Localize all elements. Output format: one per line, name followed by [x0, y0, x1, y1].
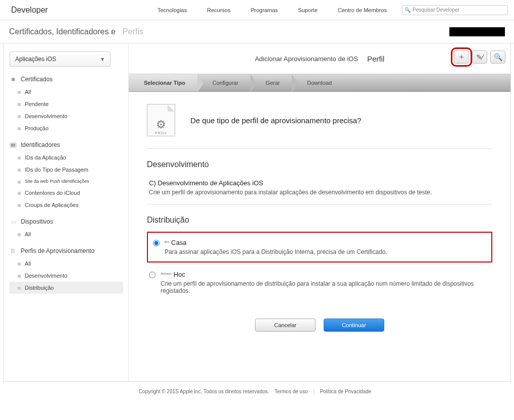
option-label: C) Desenvolvimento de Aplicações iOS: [149, 179, 432, 187]
header-actions: ＋ ✎⁄ 🔍: [454, 50, 505, 64]
id-badge-icon: ID: [10, 141, 17, 148]
step-configure[interactable]: Configurar: [197, 74, 250, 91]
section-profiles-label: Perfis de Aprovisionamento: [21, 247, 94, 254]
cancel-button-label: Cancelar: [274, 322, 296, 328]
step-download[interactable]: Download: [292, 74, 344, 91]
sidebar-item[interactable]: Croups de Aplicações: [10, 199, 123, 211]
radio-in-house[interactable]: [153, 240, 160, 246]
edit-button[interactable]: ✎⁄: [472, 50, 487, 64]
copyright: Copyright © 201S Apple Inc. Todos os dir…: [139, 389, 269, 394]
gear-icon: [10, 76, 17, 83]
search-button[interactable]: 🔍: [490, 50, 505, 64]
step-label: Selecionar Tipo: [144, 80, 185, 86]
nav-suporte[interactable]: Suporte: [298, 7, 318, 13]
wizard-question: De que tipo de perfil de aprovisionament…: [190, 116, 362, 125]
content-header: Adicionar Aprovisionamento de iOS Perfil…: [129, 43, 510, 74]
search-icon: 🔍: [494, 53, 502, 61]
device-icon: [10, 218, 17, 225]
sidebar-item[interactable]: Desenvolvimento: [10, 270, 123, 282]
continue-button[interactable]: Continuar: [324, 319, 384, 332]
certificates-list: All Pendente Desenvolvimento Produção: [10, 86, 123, 134]
sidebar-item[interactable]: Site da web Push Identificações: [10, 176, 123, 187]
continue-button-label: Continuar: [342, 322, 366, 328]
content: Adicionar Aprovisionamento de iOS Perfil…: [129, 43, 510, 381]
section-devices: Dispositivos: [10, 218, 123, 225]
option-label: AnúncioHoc: [161, 271, 490, 278]
option-ad-hoc[interactable]: AnúncioHoc Crie um perfil de aprovisiona…: [147, 268, 492, 297]
section-identifiers: ID Identificadores: [10, 141, 123, 148]
profiles-list: All Desenvolvimento Distribuição: [10, 257, 123, 294]
option-desc: Para assinar aplicações iOS para a Distr…: [165, 248, 387, 255]
breadcrumb-suffix: Perfis: [123, 27, 143, 36]
footer-terms[interactable]: Termos de uso: [275, 389, 308, 394]
footer-sep: |: [313, 389, 315, 394]
wizard-steps: Selecionar Tipo Configurar Gerar Downloa…: [129, 74, 510, 92]
step-label: Configurar: [213, 80, 238, 86]
option-label: EmCasa: [165, 239, 387, 246]
nav-tecnologias[interactable]: Tecnologias: [158, 7, 187, 13]
search-placeholder: Pesquisar Developer: [413, 7, 459, 13]
breadcrumb-main: Certificados, Identificadores e: [9, 27, 116, 36]
radio-ad-hoc[interactable]: [149, 272, 156, 278]
document-icon: [10, 247, 17, 254]
section-profiles: Perfis de Aprovisionamento: [10, 247, 123, 254]
account-badge[interactable]: [449, 27, 505, 36]
plus-icon: ＋: [458, 52, 465, 62]
option-desc: Crie um perfil de aprovisionamento de di…: [161, 280, 490, 294]
identifiers-list: IDs da Aplicação IDs do Tipo de Passagem…: [10, 151, 123, 211]
nav-centro-membros[interactable]: Centro de Membros: [338, 7, 387, 13]
footer: Copyright © 201S Apple Inc. Todos os dir…: [0, 382, 514, 409]
sidebar-item[interactable]: Contentores do iCloud: [10, 187, 123, 199]
option-desc: Crie um perfil de aprovisionamento para …: [149, 189, 432, 196]
sidebar-item[interactable]: Pendente: [10, 98, 123, 110]
platform-label: Aplicações iOS: [15, 56, 56, 63]
development-section-title: Desenvolvimento: [147, 160, 492, 169]
sidebar-item[interactable]: IDs da Aplicação: [10, 151, 123, 164]
wizard-heading: ⚙ PROV De que tipo de perfil de aprovisi…: [147, 104, 492, 136]
search-input[interactable]: 🔍 Pesquisar Developer: [402, 5, 508, 15]
devices-list: All: [10, 228, 123, 240]
option-ios-development[interactable]: C) Desenvolvimento de Aplicações iOS Cri…: [147, 176, 492, 199]
option-sup: Anúncio: [161, 272, 172, 275]
sidebar-item[interactable]: Produção: [10, 122, 123, 134]
divider: [147, 204, 492, 204]
wizard-body: ⚙ PROV De que tipo de perfil de aprovisi…: [129, 92, 510, 342]
sidebar-item[interactable]: All: [10, 86, 123, 98]
site-title: Developer: [11, 6, 48, 15]
header-suffix: Perfil: [367, 55, 384, 63]
option-label-text: Hoc: [174, 271, 185, 278]
sidebar-item[interactable]: IDs do Tipo de Passagem: [10, 164, 123, 176]
cancel-button[interactable]: Cancelar: [255, 319, 316, 332]
section-identifiers-label: Identificadores: [21, 141, 60, 148]
section-certificates: Certificados: [10, 76, 123, 83]
section-certificates-label: Certificados: [21, 76, 53, 83]
provisioning-file-icon: ⚙ PROV: [147, 104, 175, 136]
distribution-section-title: Distribuição: [147, 216, 492, 225]
chevron-down-icon: ▼: [100, 57, 105, 62]
nav-recursos[interactable]: Recursos: [207, 7, 230, 13]
header-prefix: Adicionar Aprovisionamento de iOS: [255, 55, 358, 63]
option-label-text: Casa: [171, 239, 186, 246]
sidebar-item[interactable]: All: [10, 228, 123, 240]
option-in-house-highlighted: EmCasa Para assinar aplicações iOS para …: [147, 232, 492, 262]
sidebar: Aplicações iOS ▼ Certificados All Penden…: [4, 43, 129, 381]
main: Aplicações iOS ▼ Certificados All Penden…: [3, 43, 511, 382]
step-label: Gerar: [266, 80, 280, 86]
option-sup: Em: [165, 240, 169, 243]
sidebar-item[interactable]: Desenvolvimento: [10, 110, 123, 122]
step-generate[interactable]: Gerar: [250, 74, 292, 91]
provfile-label: PROV: [155, 131, 167, 135]
footer-privacy[interactable]: Política de Privacidade: [320, 389, 372, 394]
add-profile-button[interactable]: ＋: [454, 50, 469, 64]
nav-programas[interactable]: Programas: [250, 7, 278, 13]
top-menu: Tecnologias Recursos Programas Suporte C…: [158, 7, 387, 13]
sidebar-item[interactable]: All: [10, 257, 123, 270]
sidebar-item-distribution[interactable]: Distribuição: [10, 282, 123, 294]
divider: [147, 148, 492, 149]
step-select-type[interactable]: Selecionar Tipo: [129, 74, 197, 91]
search-icon: 🔍: [404, 7, 410, 13]
platform-dropdown[interactable]: Aplicações iOS ▼: [10, 51, 111, 67]
option-in-house[interactable]: EmCasa Para assinar aplicações iOS para …: [151, 236, 488, 258]
section-devices-label: Dispositivos: [21, 218, 53, 225]
edit-icon: ✎⁄: [476, 53, 483, 61]
